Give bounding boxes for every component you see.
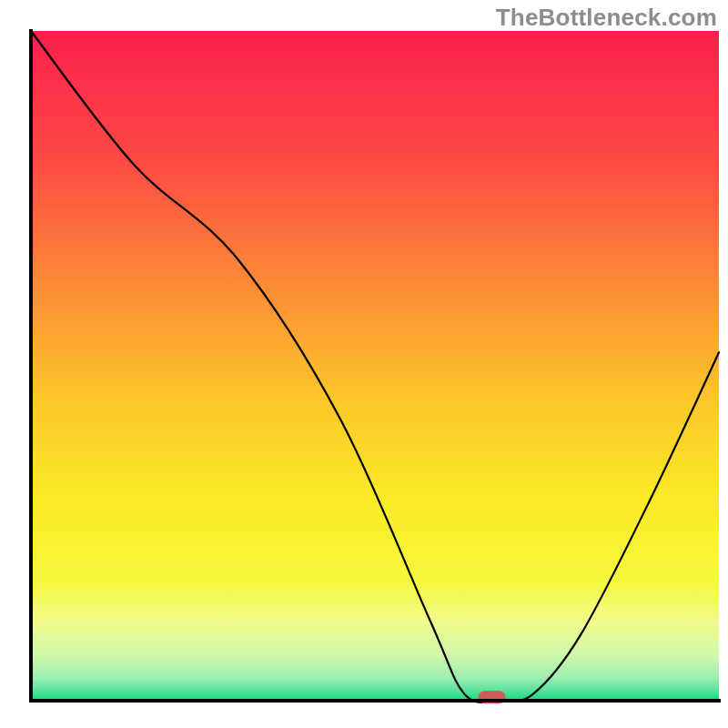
watermark-label: TheBottleneck.com xyxy=(496,4,717,32)
chart-container: TheBottleneck.com xyxy=(0,0,728,728)
plot-area xyxy=(31,31,719,703)
plot-background xyxy=(31,31,719,701)
bottleneck-chart xyxy=(0,0,728,728)
